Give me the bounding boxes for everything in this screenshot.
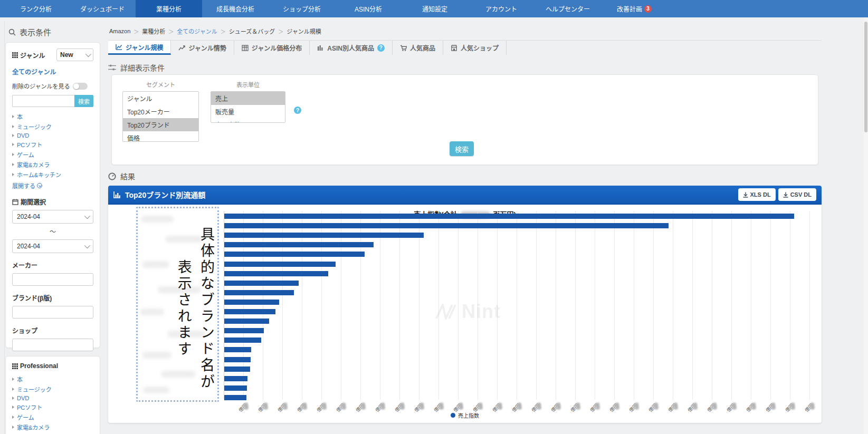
search-icon — [8, 28, 16, 36]
redacted-tick-value — [322, 402, 327, 410]
redacted-tick-value — [615, 402, 619, 410]
redacted-tick-value — [595, 402, 600, 410]
tree-item-家電&カメラ[interactable]: 家電&カメラ — [12, 422, 93, 432]
redacted-tick-value — [459, 402, 463, 410]
breadcrumb: Amazon＞業種分析＞全てのジャンル＞シューズ＆バッグ＞ジャンル規模 — [109, 27, 321, 35]
expand-link[interactable]: 展開する — [12, 181, 93, 190]
tree-item-label: ゲーム — [17, 413, 34, 421]
genre-search-input[interactable] — [12, 95, 74, 107]
tree-item-label: ミュージック — [17, 385, 52, 393]
tab-ジャンル情勢[interactable]: ジャンル情勢 — [171, 41, 234, 55]
nav-item-label: ショップ分析 — [283, 4, 321, 13]
help-icon[interactable]: ? — [377, 44, 385, 52]
nav-item-成長機会分析[interactable]: 成長機会分析 — [202, 0, 269, 17]
tab-ASIN別人気商品[interactable]: ASIN別人気商品? — [310, 41, 393, 55]
nav-item-業種分析[interactable]: 業種分析 — [136, 0, 202, 17]
redacted-tick-value — [283, 402, 288, 410]
gridline — [517, 211, 517, 400]
deleted-genres-toggle[interactable] — [73, 83, 88, 90]
redacted-tick-value — [732, 402, 737, 410]
genre-version-select[interactable]: New — [56, 49, 93, 61]
xls-download-button[interactable]: XLS DL — [738, 188, 776, 201]
sales-index-bar — [224, 376, 247, 381]
period-to-select[interactable]: 2024-04 — [12, 239, 93, 253]
nav-item-アカウント[interactable]: アカウント — [468, 0, 535, 17]
nav-item-ASIN分析[interactable]: ASIN分析 — [335, 0, 402, 17]
gridline — [399, 211, 400, 400]
redacted-tick-value — [673, 402, 678, 410]
redacted-tick-value — [380, 402, 385, 410]
gridline — [360, 211, 361, 400]
tree-item-家電&カメラ[interactable]: 家電&カメラ — [12, 159, 93, 169]
tree-item-PCソフト[interactable]: PCソフト — [12, 139, 93, 149]
sales-index-bar — [224, 223, 669, 228]
tree-item-ホーム&キッチン[interactable]: ホーム&キッチン — [12, 169, 93, 179]
tree-item-ミュージック[interactable]: ミュージック — [12, 384, 93, 394]
page-scrollbar-thumb[interactable] — [864, 22, 867, 132]
breadcrumb-item[interactable]: 全てのジャンル — [177, 27, 217, 35]
triangle-right-icon — [12, 173, 14, 176]
tree-item-ゲーム[interactable]: ゲーム — [12, 412, 93, 422]
option-Top20ブランド[interactable]: Top20ブランド — [123, 118, 198, 131]
sales-index-bar — [224, 309, 275, 314]
results-heading: 結果 — [108, 171, 135, 181]
nav-item-ダッシュボード[interactable]: ダッシュボード — [69, 0, 136, 17]
nav-item-ランク分析[interactable]: ランク分析 — [3, 0, 69, 17]
brand-input[interactable] — [12, 306, 93, 319]
tab-ジャンル価格分布[interactable]: ジャンル価格分布 — [234, 41, 310, 55]
tree-item-本[interactable]: 本 — [12, 374, 93, 384]
nav-item-通知設定[interactable]: 通知設定 — [402, 0, 468, 17]
redacted-tick-value — [478, 402, 483, 410]
triangle-right-icon — [12, 134, 14, 137]
main-search-button[interactable]: 検索 — [450, 141, 474, 156]
sales-index-bar — [224, 271, 328, 276]
tree-item-ホーム&キッチン[interactable]: ホーム&キッチン — [12, 432, 93, 434]
trend-chart-icon — [178, 45, 185, 51]
option-販売量[interactable]: 販売量 — [211, 105, 285, 118]
tree-item-PCソフト[interactable]: PCソフト — [12, 402, 93, 412]
triangle-right-icon — [12, 416, 14, 419]
all-genres-link[interactable]: 全てのジャンル — [12, 67, 56, 76]
tab-人気商品[interactable]: 人気商品 — [393, 41, 443, 55]
triangle-right-icon — [12, 115, 14, 118]
nav-item-ショップ分析[interactable]: ショップ分析 — [269, 0, 335, 17]
gridline — [478, 211, 478, 400]
option-Top20メーカー[interactable]: Top20メーカー — [123, 105, 198, 118]
tab-人気ショップ[interactable]: 人気ショップ — [443, 41, 507, 55]
tree-item-ミュージック[interactable]: ミュージック — [12, 121, 93, 131]
page-scrollbar[interactable] — [864, 17, 868, 434]
gridline — [341, 211, 341, 400]
redacted-tick-value — [712, 402, 717, 410]
nav-item-改善計画[interactable]: 改善計画3 — [601, 0, 667, 17]
tab-bar: ジャンル規模ジャンル情勢ジャンル価格分布ASIN別人気商品?人気商品人気ショップ — [108, 40, 822, 55]
csv-download-button[interactable]: CSV DL — [778, 188, 816, 201]
nint-analytics-page: ランク分析ダッシュボード業種分析成長機会分析ショップ分析ASIN分析通知設定アカ… — [0, 0, 868, 434]
genre-search-button[interactable]: 検索 — [74, 95, 93, 107]
redacted-tick-value — [771, 402, 776, 410]
nav-item-ヘルプセンター[interactable]: ヘルプセンター — [535, 0, 601, 17]
chart-legend: 売上指数 — [108, 411, 822, 419]
help-icon[interactable]: ? — [294, 107, 301, 114]
option-商品点数[interactable]: 商品点数 — [211, 118, 285, 123]
professional-card: Professional 本ミュージックDVDPCソフトゲーム家電&カメラホーム… — [5, 356, 100, 434]
tab-ジャンル規模[interactable]: ジャンル規模 — [108, 41, 171, 55]
gridline — [614, 211, 615, 400]
top-nav: ランク分析ダッシュボード業種分析成長機会分析ショップ分析ASIN分析通知設定アカ… — [0, 0, 868, 17]
tree-item-DVD[interactable]: DVD — [12, 131, 93, 139]
option-価格[interactable]: 価格 — [123, 131, 198, 142]
maker-input[interactable] — [12, 273, 93, 286]
nav-item-label: ランク分析 — [20, 4, 52, 13]
shop-label: ショップ — [12, 326, 93, 335]
tree-item-ゲーム[interactable]: ゲーム — [12, 149, 93, 159]
genre-tree: 本ミュージックDVDPCソフトゲーム家電&カメラホーム&キッチン — [12, 111, 93, 179]
download-icon — [743, 192, 748, 198]
tree-item-DVD[interactable]: DVD — [12, 394, 93, 402]
option-ジャンル[interactable]: ジャンル — [123, 92, 198, 105]
cart-icon — [400, 45, 407, 51]
tree-item-本[interactable]: 本 — [12, 111, 93, 121]
triangle-right-icon — [12, 397, 14, 400]
option-売上[interactable]: 売上 — [211, 92, 285, 105]
period-from-select[interactable]: 2024-04 — [12, 210, 93, 224]
shop-input[interactable] — [12, 339, 93, 351]
deleted-genres-label: 削除のジャンルを見る — [12, 82, 70, 90]
